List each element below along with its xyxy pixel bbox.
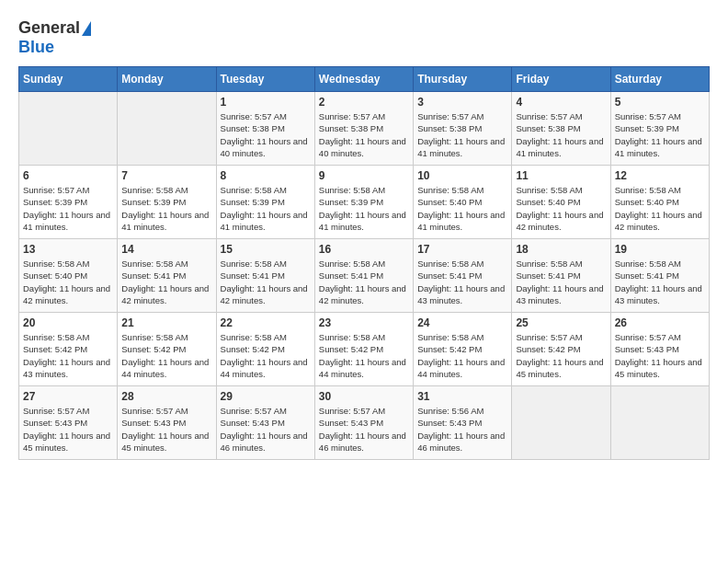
calendar-cell: 6Sunrise: 5:57 AM Sunset: 5:39 PM Daylig… (19, 166, 118, 239)
calendar-cell: 8Sunrise: 5:58 AM Sunset: 5:39 PM Daylig… (216, 166, 314, 239)
day-info: Sunrise: 5:57 AM Sunset: 5:38 PM Dayligh… (516, 110, 606, 159)
day-of-week-header: Wednesday (314, 67, 413, 92)
calendar-cell: 28Sunrise: 5:57 AM Sunset: 5:43 PM Dayli… (118, 386, 216, 460)
calendar-week-row: 27Sunrise: 5:57 AM Sunset: 5:43 PM Dayli… (19, 386, 710, 460)
calendar-cell: 29Sunrise: 5:57 AM Sunset: 5:43 PM Dayli… (216, 386, 314, 460)
day-info: Sunrise: 5:56 AM Sunset: 5:43 PM Dayligh… (417, 405, 507, 454)
calendar-cell: 23Sunrise: 5:58 AM Sunset: 5:42 PM Dayli… (314, 313, 413, 386)
day-number: 28 (121, 390, 211, 403)
calendar-week-row: 20Sunrise: 5:58 AM Sunset: 5:42 PM Dayli… (19, 313, 710, 386)
day-info: Sunrise: 5:58 AM Sunset: 5:42 PM Dayligh… (121, 331, 211, 380)
calendar-cell: 3Sunrise: 5:57 AM Sunset: 5:38 PM Daylig… (414, 92, 512, 166)
day-number: 27 (23, 390, 113, 403)
calendar-header: SundayMondayTuesdayWednesdayThursdayFrid… (19, 67, 710, 92)
day-of-week-header: Tuesday (216, 67, 314, 92)
day-info: Sunrise: 5:58 AM Sunset: 5:40 PM Dayligh… (417, 184, 507, 233)
calendar-cell: 15Sunrise: 5:58 AM Sunset: 5:41 PM Dayli… (216, 239, 314, 313)
day-info: Sunrise: 5:57 AM Sunset: 5:43 PM Dayligh… (121, 405, 211, 454)
logo: General Blue (18, 18, 91, 57)
calendar-cell: 5Sunrise: 5:57 AM Sunset: 5:39 PM Daylig… (610, 92, 709, 166)
logo-blue-text: Blue (18, 38, 54, 57)
day-number: 7 (121, 169, 211, 182)
day-number: 5 (615, 96, 705, 109)
day-info: Sunrise: 5:57 AM Sunset: 5:43 PM Dayligh… (221, 405, 311, 454)
day-number: 31 (417, 390, 507, 403)
calendar-cell: 31Sunrise: 5:56 AM Sunset: 5:43 PM Dayli… (414, 386, 512, 460)
day-info: Sunrise: 5:58 AM Sunset: 5:40 PM Dayligh… (516, 184, 606, 233)
day-info: Sunrise: 5:57 AM Sunset: 5:38 PM Dayligh… (319, 110, 409, 159)
day-info: Sunrise: 5:58 AM Sunset: 5:41 PM Dayligh… (121, 258, 211, 306)
day-info: Sunrise: 5:58 AM Sunset: 5:39 PM Dayligh… (319, 184, 409, 233)
day-info: Sunrise: 5:58 AM Sunset: 5:39 PM Dayligh… (221, 184, 311, 233)
calendar-cell (610, 386, 709, 460)
day-info: Sunrise: 5:58 AM Sunset: 5:41 PM Dayligh… (221, 258, 311, 306)
calendar-cell: 4Sunrise: 5:57 AM Sunset: 5:38 PM Daylig… (512, 92, 610, 166)
calendar-cell: 14Sunrise: 5:58 AM Sunset: 5:41 PM Dayli… (118, 239, 216, 313)
logo-general-text: General (18, 18, 80, 38)
day-info: Sunrise: 5:58 AM Sunset: 5:41 PM Dayligh… (615, 258, 705, 306)
day-of-week-header: Sunday (19, 67, 118, 92)
days-of-week-row: SundayMondayTuesdayWednesdayThursdayFrid… (19, 67, 710, 92)
day-number: 13 (23, 243, 113, 256)
day-number: 30 (319, 390, 409, 403)
day-number: 16 (319, 243, 409, 256)
day-info: Sunrise: 5:57 AM Sunset: 5:38 PM Dayligh… (417, 110, 507, 159)
day-number: 10 (417, 169, 507, 182)
day-of-week-header: Friday (512, 67, 610, 92)
calendar-cell: 19Sunrise: 5:58 AM Sunset: 5:41 PM Dayli… (610, 239, 709, 313)
calendar-cell: 16Sunrise: 5:58 AM Sunset: 5:41 PM Dayli… (314, 239, 413, 313)
calendar-cell: 2Sunrise: 5:57 AM Sunset: 5:38 PM Daylig… (314, 92, 413, 166)
calendar-cell: 18Sunrise: 5:58 AM Sunset: 5:41 PM Dayli… (512, 239, 610, 313)
calendar-week-row: 6Sunrise: 5:57 AM Sunset: 5:39 PM Daylig… (19, 166, 710, 239)
calendar-cell: 24Sunrise: 5:58 AM Sunset: 5:42 PM Dayli… (414, 313, 512, 386)
calendar-cell: 13Sunrise: 5:58 AM Sunset: 5:40 PM Dayli… (19, 239, 118, 313)
logo-triangle-icon (82, 21, 91, 36)
day-number: 19 (615, 243, 705, 256)
day-number: 17 (417, 243, 507, 256)
day-of-week-header: Monday (118, 67, 216, 92)
day-number: 21 (121, 316, 211, 329)
calendar-cell: 25Sunrise: 5:57 AM Sunset: 5:42 PM Dayli… (512, 313, 610, 386)
calendar-cell: 21Sunrise: 5:58 AM Sunset: 5:42 PM Dayli… (118, 313, 216, 386)
calendar-week-row: 1Sunrise: 5:57 AM Sunset: 5:38 PM Daylig… (19, 92, 710, 166)
calendar-cell: 7Sunrise: 5:58 AM Sunset: 5:39 PM Daylig… (118, 166, 216, 239)
day-number: 3 (417, 96, 507, 109)
day-info: Sunrise: 5:58 AM Sunset: 5:42 PM Dayligh… (417, 331, 507, 380)
calendar-cell: 22Sunrise: 5:58 AM Sunset: 5:42 PM Dayli… (216, 313, 314, 386)
day-number: 23 (319, 316, 409, 329)
calendar-week-row: 13Sunrise: 5:58 AM Sunset: 5:40 PM Dayli… (19, 239, 710, 313)
day-number: 26 (615, 316, 705, 329)
day-info: Sunrise: 5:58 AM Sunset: 5:40 PM Dayligh… (615, 184, 705, 233)
calendar-cell: 20Sunrise: 5:58 AM Sunset: 5:42 PM Dayli… (19, 313, 118, 386)
day-info: Sunrise: 5:58 AM Sunset: 5:42 PM Dayligh… (319, 331, 409, 380)
day-number: 29 (221, 390, 311, 403)
calendar-cell: 10Sunrise: 5:58 AM Sunset: 5:40 PM Dayli… (414, 166, 512, 239)
day-info: Sunrise: 5:57 AM Sunset: 5:43 PM Dayligh… (23, 405, 113, 454)
calendar-cell: 9Sunrise: 5:58 AM Sunset: 5:39 PM Daylig… (314, 166, 413, 239)
calendar-cell: 1Sunrise: 5:57 AM Sunset: 5:38 PM Daylig… (216, 92, 314, 166)
day-info: Sunrise: 5:58 AM Sunset: 5:41 PM Dayligh… (417, 258, 507, 306)
day-info: Sunrise: 5:58 AM Sunset: 5:39 PM Dayligh… (121, 184, 211, 233)
day-number: 25 (516, 316, 606, 329)
day-of-week-header: Saturday (610, 67, 709, 92)
calendar-cell (512, 386, 610, 460)
day-info: Sunrise: 5:58 AM Sunset: 5:42 PM Dayligh… (221, 331, 311, 380)
day-number: 12 (615, 169, 705, 182)
day-number: 1 (221, 96, 311, 109)
day-number: 14 (121, 243, 211, 256)
day-info: Sunrise: 5:57 AM Sunset: 5:43 PM Dayligh… (615, 331, 705, 380)
day-number: 6 (23, 169, 113, 182)
calendar-cell (118, 92, 216, 166)
day-number: 4 (516, 96, 606, 109)
calendar-cell: 26Sunrise: 5:57 AM Sunset: 5:43 PM Dayli… (610, 313, 709, 386)
day-number: 8 (221, 169, 311, 182)
day-number: 18 (516, 243, 606, 256)
day-info: Sunrise: 5:57 AM Sunset: 5:39 PM Dayligh… (615, 110, 705, 159)
day-info: Sunrise: 5:58 AM Sunset: 5:40 PM Dayligh… (23, 258, 113, 306)
day-of-week-header: Thursday (414, 67, 512, 92)
calendar-cell: 27Sunrise: 5:57 AM Sunset: 5:43 PM Dayli… (19, 386, 118, 460)
day-number: 9 (319, 169, 409, 182)
calendar-cell: 11Sunrise: 5:58 AM Sunset: 5:40 PM Dayli… (512, 166, 610, 239)
calendar-cell: 30Sunrise: 5:57 AM Sunset: 5:43 PM Dayli… (314, 386, 413, 460)
day-info: Sunrise: 5:58 AM Sunset: 5:41 PM Dayligh… (319, 258, 409, 306)
